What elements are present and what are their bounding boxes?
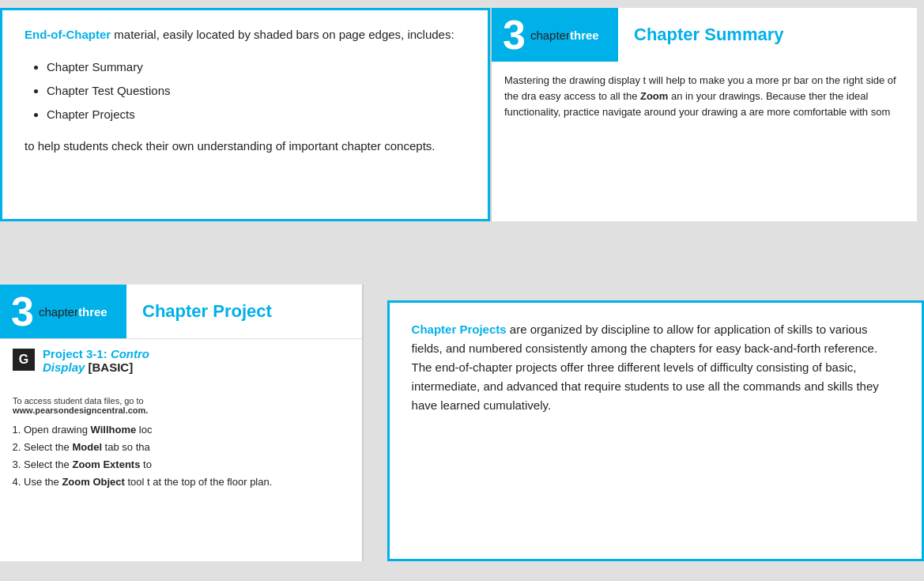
chapter-number: 3: [503, 14, 526, 55]
project-section: G Project 3-1: ControDisplay [BASIC]: [0, 339, 362, 390]
chapter-number-bottom: 3: [11, 291, 34, 332]
feature-list: Chapter Summary Chapter Test Questions C…: [25, 55, 466, 126]
project-level: [BASIC]: [89, 360, 134, 374]
bottom-right-text: Chapter Projects are organized by discip…: [412, 320, 899, 415]
steps-list: Open drawing Willhome loc Select the Mod…: [0, 415, 362, 497]
intro-rest: material, easily located by shaded bars …: [114, 28, 454, 41]
project-section-title: Chapter Project: [142, 301, 272, 322]
chapter-label-combined-bottom: chapterthree: [39, 305, 107, 319]
chapter-badge-bottom: 3 chapterthree: [0, 285, 126, 338]
chapter-name-bottom: three: [78, 305, 107, 319]
student-data: To access student data files, go to www.…: [0, 396, 362, 415]
chapter-title-area-bottom: Chapter Project: [126, 285, 362, 338]
book-header: 3 chapterthree Chapter Summary: [492, 8, 917, 62]
chapter-label-combined: chapterthree: [530, 28, 599, 42]
project-prefix: Project 3-1:: [43, 347, 107, 360]
project-item: G Project 3-1: ControDisplay [BASIC]: [13, 347, 349, 374]
project-item-details: Project 3-1: ControDisplay [BASIC]: [43, 347, 149, 374]
chapter-badge: 3 chapterthree: [492, 8, 618, 62]
highlight-text: End-of-Chapter: [25, 28, 111, 41]
project-item-title: Project 3-1: ControDisplay [BASIC]: [43, 347, 149, 374]
chapter-title-area: Chapter Summary: [618, 8, 917, 62]
student-data-line2: www.pearsondesigncentral.com.: [13, 406, 148, 415]
list-item: Chapter Projects: [47, 103, 466, 126]
student-data-line1: To access student data files, go to: [13, 396, 144, 406]
book-body-text: Mastering the drawing display t will hel…: [504, 73, 904, 120]
project-icon: G: [13, 349, 35, 371]
step-item: Open drawing Willhome loc: [24, 421, 349, 439]
list-item: Chapter Summary: [47, 55, 466, 79]
top-left-panel: End-of-Chapter material, easily located …: [0, 8, 490, 221]
chapter-word-bottom: chapter: [39, 305, 78, 319]
intro-text: End-of-Chapter material, easily located …: [25, 26, 466, 44]
book-body: Mastering the drawing display t will hel…: [492, 62, 917, 128]
top-right-panel: 3 chapterthree Chapter Summary Mastering…: [490, 8, 917, 221]
outro-text: to help students check their own underst…: [25, 138, 466, 156]
step-item: Use the Zoom Object tool t at the top of…: [24, 473, 349, 491]
step-item: Select the Model tab so tha: [24, 439, 349, 456]
list-item: Chapter Test Questions: [47, 79, 466, 103]
step-item: Select the Zoom Extents to: [24, 456, 349, 473]
chapter-title: Chapter Summary: [634, 25, 784, 45]
chapter-word: chapter: [530, 28, 570, 42]
chapter-projects-highlight: Chapter Projects: [412, 323, 507, 336]
chapter-name: three: [570, 28, 599, 42]
bottom-right-panel: Chapter Projects are organized by discip…: [387, 300, 924, 561]
book-header-bottom: 3 chapterthree Chapter Project: [0, 285, 362, 339]
bottom-left-panel: 3 chapterthree Chapter Project G Project…: [0, 285, 364, 561]
